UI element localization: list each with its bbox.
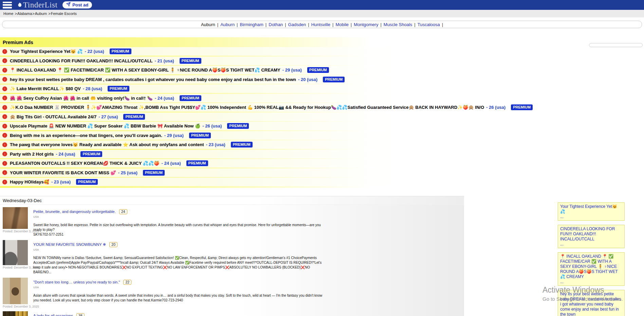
premium-ad-row[interactable]: Happy HOlidays🥰 - 23 (usa) PREMIUM — [0, 178, 464, 186]
city-link-mobile[interactable]: Mobile — [335, 22, 348, 27]
breadcrumb-category[interactable]: Female Escorts — [51, 12, 77, 16]
premium-badge: PREMIUM — [180, 95, 201, 101]
premium-ad-title[interactable]: The pawg that everyone loves😼 Ready and … — [10, 142, 204, 147]
premium-ad-row[interactable]: CINDERELLA LOOKING FOR FUN!!! OAKLAND!!!… — [0, 57, 464, 65]
listing-thumbnail[interactable] — [3, 311, 28, 316]
city-link-huntsville[interactable]: Huntsville — [311, 22, 330, 27]
premium-ad-title[interactable]: ✨K.O Daa NUMBER 🐰 PROVIDER 🧍✨💕AMAZING Th… — [10, 105, 484, 110]
premium-ad-title[interactable]: ✨ Lake Merritt INCALL✨ $80 QV — [10, 86, 81, 91]
premium-ad-row[interactable]: YOUR WINTER FAVORITE IS BACK DONT MISS 💕… — [0, 169, 464, 177]
city-link-muscle-shoals[interactable]: Muscle Shoals — [384, 22, 412, 27]
premium-ad-title[interactable]: CINDERELLA LOOKING FOR FUN!!! OAKLAND!!!… — [10, 58, 153, 63]
listing-title-link[interactable]: Petite, brunette, and dangerously unforg… — [33, 210, 116, 214]
premium-ad-row[interactable]: Party with 2 Hot girls - 24 (usa) PREMIU… — [0, 150, 464, 158]
premium-ad-row[interactable]: PLEASANTON OUTCALLS !! SEXY KOREAN💋 THIC… — [0, 159, 464, 167]
listing-age-badge: 20 — [109, 242, 117, 247]
premium-ad-age: - 22 (usa) — [85, 49, 104, 54]
premium-ad-age: - 23 (usa) — [51, 179, 71, 184]
city-link-auburn[interactable]: Auburn — [220, 22, 235, 27]
city-link-auburn-current[interactable]: Auburn — [201, 22, 215, 27]
sidebar-ad-title[interactable]: CINDERELLA LOOKING FOR FUN!!! OAKLAND!!!… — [560, 226, 622, 242]
listing-row: Posted: December 3, 2025 Petite, brunett… — [0, 205, 464, 238]
premium-ad-age: - 21 (usa) — [155, 58, 174, 63]
listing-title-link[interactable]: A lady for all occasions — [33, 314, 73, 316]
city-link-dothan[interactable]: Dothan — [269, 22, 283, 27]
breadcrumb-city[interactable]: Auburn — [35, 12, 48, 16]
ellipsis-more: ... — [560, 214, 622, 219]
premium-ad-title[interactable]: Upscale Playmate 🚨 NEW NUMBER 💦 Super So… — [10, 123, 200, 129]
premium-ad-age: - 24 (usa) — [155, 96, 174, 101]
listing-row: A lady for all occasions 38 USA — [0, 309, 464, 316]
premium-ad-title[interactable]: Happy HOlidays🥰 — [10, 179, 49, 184]
city-link-montgomery[interactable]: Montgomery — [354, 22, 378, 27]
sidebar-ad-title[interactable]: 📍 INCALL OAKLAND 📍 ✅ FACETIME/CAR ✅ WITH… — [560, 254, 622, 279]
premium-badge: PREMIUM — [143, 170, 165, 176]
premium-ad-age: - 20 (usa) — [298, 77, 317, 82]
listing-age-badge: 38 — [76, 313, 85, 316]
site-logo[interactable]: TinderList — [17, 1, 57, 9]
listing-title-link[interactable]: "Don't stare too long… unless you're rea… — [33, 280, 120, 284]
sidebar-ad-card[interactable]: Your Tightest Experience Yet😼 💦 ... — [558, 202, 625, 221]
listing-age-badge: 22 — [123, 280, 131, 285]
listing-posted-date: Posted: December 3, 2025 — [3, 305, 28, 308]
premium-ad-row[interactable]: Being with me is an experience—one that … — [0, 131, 464, 140]
premium-ad-age: - 28 (usa) — [83, 86, 102, 91]
top-header: TinderList Post ad — [0, 0, 644, 10]
up-arrow-icon — [2, 86, 7, 91]
premium-ad-row[interactable]: ✨K.O Daa NUMBER 🐰 PROVIDER 🧍✨💕AMAZING Th… — [0, 103, 464, 112]
premium-ad-title[interactable]: 📍 INCALL OAKLAND 📍 ✅ FACETIME/CAR ✅ WITH… — [10, 67, 280, 73]
premium-ad-age: - 26 (usa) — [202, 123, 222, 129]
city-nav: Auburn| Auburn| Birmingham| Dothan| Gads… — [2, 21, 642, 28]
premium-ad-row[interactable]: 📍 INCALL OAKLAND 📍 ✅ FACETIME/CAR ✅ WITH… — [0, 66, 464, 74]
premium-ad-row[interactable]: The pawg that everyone loves😼 Ready and … — [0, 140, 464, 149]
city-link-gadsden[interactable]: Gadsden — [288, 22, 306, 27]
premium-ad-title[interactable]: Party with 2 Hot girls — [10, 152, 54, 157]
breadcrumb-home[interactable]: Home — [3, 12, 14, 16]
listing-description: Sweet like honey, bold like espresso. Pe… — [33, 223, 325, 237]
premium-ad-title[interactable]: hey its your best wettes petite baby DRE… — [10, 77, 296, 82]
listing-thumbnail[interactable] — [3, 207, 28, 229]
up-arrow-icon — [2, 142, 7, 147]
breadcrumb-state[interactable]: Alabama — [17, 12, 32, 16]
premium-ad-row[interactable]: Your Tightest Experience Yet😼 💦 - 22 (us… — [0, 47, 464, 56]
premium-ad-title[interactable]: 🌺 🌺 Sexy CuRvy Asian 🌺 🌺 in call 🤲 visit… — [10, 96, 153, 101]
premium-ad-row[interactable]: hey its your best wettes petite baby DRE… — [0, 75, 464, 84]
premium-ad-row[interactable]: 🙊 Big Tits Girl - OUTCALL Available 24/7… — [0, 113, 464, 121]
post-ad-button[interactable]: Post ad — [62, 1, 92, 8]
premium-ad-title[interactable]: Your Tightest Experience Yet😼 💦 — [10, 49, 83, 54]
premium-ad-title[interactable]: 🙊 Big Tits Girl - OUTCALL Available 24/7 — [10, 114, 96, 119]
premium-ads-list: Your Tightest Experience Yet😼 💦 - 22 (us… — [0, 47, 464, 186]
premium-ad-title[interactable]: PLEASANTON OUTCALLS !! SEXY KOREAN💋 THIC… — [10, 161, 159, 166]
up-arrow-icon — [2, 161, 7, 166]
sidebar-ad-card[interactable]: 📍 INCALL OAKLAND 📍 ✅ FACETIME/CAR ✅ WITH… — [558, 252, 625, 286]
premium-badge: PREMIUM — [180, 58, 201, 64]
up-arrow-icon — [2, 105, 7, 110]
premium-ad-title[interactable]: YOUR WINTER FAVORITE IS BACK DONT MISS 💕 — [10, 170, 116, 175]
listing-thumb-column: Posted: December 3, 2025 — [3, 240, 28, 275]
premium-badge: PREMIUM — [186, 160, 208, 166]
ellipsis-more: ... — [560, 242, 622, 247]
up-arrow-icon — [2, 68, 7, 73]
sidebar-ad-card[interactable]: CINDERELLA LOOKING FOR FUN!!! OAKLAND!!!… — [558, 225, 625, 248]
premium-sidebar: Your Tightest Experience Yet😼 💦 ... CIND… — [558, 202, 625, 316]
sidebar-ad-title[interactable]: hey its your best wettes petite baby DRE… — [560, 292, 622, 316]
listing-thumbnail[interactable] — [3, 278, 28, 304]
sidebar-ad-title[interactable]: Your Tightest Experience Yet😼 💦 — [560, 204, 622, 214]
up-arrow-icon — [2, 133, 7, 138]
premium-ad-row[interactable]: Upscale Playmate 🚨 NEW NUMBER 💦 Super So… — [0, 122, 464, 130]
listing-row: Posted: December 3, 2025 "Don't stare to… — [0, 275, 464, 309]
up-arrow-icon — [2, 114, 7, 119]
listing-thumbnail[interactable] — [3, 240, 28, 265]
premium-badge: PREMIUM — [110, 48, 131, 54]
sidebar-ad-card[interactable]: hey its your best wettes petite baby DRE… — [558, 290, 625, 316]
listing-title-link[interactable]: YOUR NEW FAVORITE SNOWBUNNY ❄ — [33, 242, 106, 247]
city-link-tuscaloosa[interactable]: Tuscaloosa — [418, 22, 440, 27]
hamburger-menu-icon[interactable] — [3, 2, 12, 8]
premium-ad-row[interactable]: ✨ Lake Merritt INCALL✨ $80 QV - 28 (usa)… — [0, 84, 464, 93]
city-link-birmingham[interactable]: Birmingham — [240, 22, 263, 27]
listing-posted-date: Posted: December 3, 2025 — [3, 266, 28, 269]
premium-badge: PREMIUM — [227, 123, 249, 129]
premium-ad-row[interactable]: 🌺 🌺 Sexy CuRvy Asian 🌺 🌺 in call 🤲 visit… — [0, 94, 464, 102]
premium-ad-title[interactable]: Being with me is an experience—one that … — [10, 133, 162, 138]
up-arrow-icon — [2, 96, 7, 100]
